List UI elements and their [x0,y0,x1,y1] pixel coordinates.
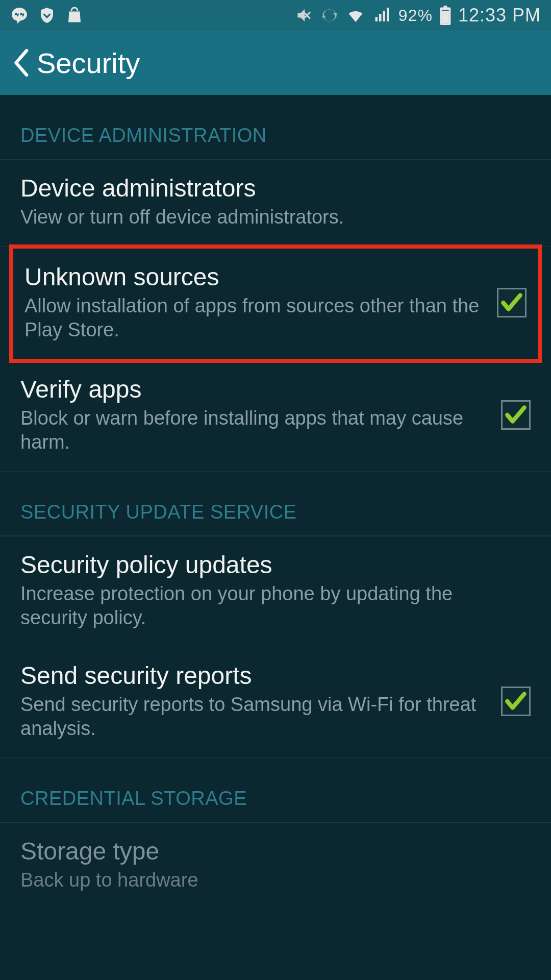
status-bar: 92% 12:33 PM [0,0,551,31]
section-header-security-update: SECURITY UPDATE SERVICE [0,472,551,536]
status-right-icons: 92% 12:33 PM [295,5,541,26]
section-header-credential-storage: CREDENTIAL STORAGE [0,758,551,823]
checkbox-send-reports[interactable] [501,687,531,716]
setting-security-policy-updates[interactable]: Security policy updates Increase protect… [0,536,551,647]
svg-rect-0 [442,11,449,23]
checkmark-icon [499,290,524,315]
titlebar: Security [0,31,551,95]
setting-title: Storage type [20,837,520,865]
wifi-icon [345,5,366,26]
battery-icon [440,6,451,25]
checkmark-icon [503,689,529,714]
setting-unknown-sources[interactable]: Unknown sources Allow installation of ap… [13,249,538,359]
setting-title: Device administrators [20,174,520,202]
hangouts-icon [10,6,29,24]
setting-verify-apps[interactable]: Verify apps Block or warn before install… [0,361,551,472]
setting-subtitle: Increase protection on your phone by upd… [20,582,520,630]
mute-icon [295,6,314,24]
setting-subtitle: Send security reports to Samsung via Wi-… [20,693,491,741]
highlighted-setting: Unknown sources Allow installation of ap… [9,244,542,363]
setting-subtitle: Allow installation of apps from sources … [24,294,487,342]
shopping-bag-icon [65,6,84,24]
setting-title: Send security reports [20,662,491,690]
checkbox-verify-apps[interactable] [501,400,531,430]
setting-send-security-reports[interactable]: Send security reports Send security repo… [0,647,551,758]
battery-percent: 92% [398,6,433,25]
setting-storage-type[interactable]: Storage type Back up to hardware [0,823,551,909]
chevron-left-icon [12,49,30,77]
back-button[interactable] [10,44,32,82]
setting-device-administrators[interactable]: Device administrators View or turn off d… [0,160,551,247]
section-header-device-admin: DEVICE ADMINISTRATION [0,95,551,160]
setting-subtitle: Back up to hardware [20,868,520,893]
setting-title: Unknown sources [24,263,487,291]
shield-refresh-icon [38,6,56,24]
status-left-icons [10,6,84,24]
setting-subtitle: View or turn off device administrators. [20,205,520,230]
setting-title: Security policy updates [20,551,520,579]
sync-icon [321,7,338,24]
page-title: Security [37,46,140,80]
signal-icon [373,6,391,24]
checkbox-unknown-sources[interactable] [497,288,527,317]
checkmark-icon [503,402,529,428]
clock-time: 12:33 PM [458,5,541,26]
setting-title: Verify apps [20,375,491,403]
settings-content: DEVICE ADMINISTRATION Device administrat… [0,95,551,909]
setting-subtitle: Block or warn before installing apps tha… [20,406,491,455]
